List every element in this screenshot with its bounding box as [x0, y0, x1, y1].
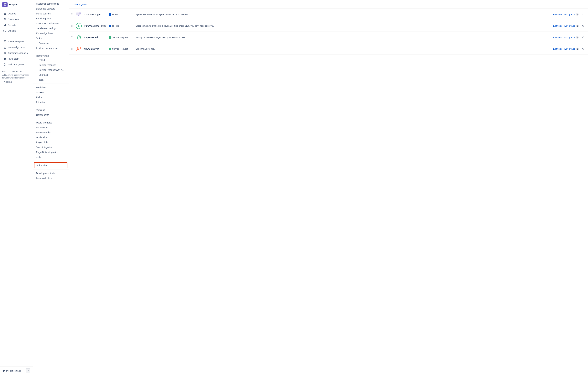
- request-description: Order something small, like a keyboard. …: [136, 24, 551, 28]
- settings-workflows[interactable]: Workflows: [33, 85, 69, 90]
- edit-fields-button[interactable]: Edit fields: [553, 36, 562, 39]
- edit-fields-button[interactable]: Edit fields: [553, 13, 562, 16]
- table-row: ⠿ New employee Service Request Onboard a…: [69, 43, 588, 55]
- svg-rect-41: [109, 48, 111, 50]
- request-description: Onboard a new hire.: [136, 47, 551, 51]
- edit-groups-button[interactable]: Edit groups 1: [564, 25, 579, 27]
- settings-development-tools[interactable]: Development tools: [33, 171, 69, 176]
- settings-pagerduty-integration[interactable]: PagerDuty integration: [33, 150, 69, 155]
- settings-permissions[interactable]: Permissions: [33, 125, 69, 130]
- project-icon: +: [2, 2, 8, 7]
- settings-task[interactable]: Task: [33, 77, 69, 82]
- nav-item-queues[interactable]: Queues: [1, 11, 32, 16]
- settings-versions[interactable]: Versions: [33, 107, 69, 112]
- knowledge-base-icon: [3, 46, 6, 49]
- settings-customer-permissions[interactable]: Customer permissions: [33, 1, 69, 6]
- drag-handle[interactable]: ⠿: [71, 24, 74, 27]
- svg-rect-5: [4, 13, 6, 14]
- svg-rect-11: [5, 24, 6, 26]
- delete-button[interactable]: ✕: [581, 47, 585, 51]
- request-name: Employee exit: [84, 36, 107, 39]
- type-label: IT Help: [112, 13, 119, 16]
- project-settings-label: Project settings: [6, 370, 21, 372]
- settings-fields[interactable]: Fields: [33, 95, 69, 100]
- settings-users-and-roles[interactable]: Users and roles: [33, 120, 69, 125]
- settings-components[interactable]: Components: [33, 112, 69, 118]
- settings-portal-settings[interactable]: Portal settings: [33, 11, 69, 16]
- nav-item-welcome-guide[interactable]: Welcome guide: [1, 62, 32, 67]
- request-icon: $: [75, 23, 82, 29]
- settings-mabl[interactable]: mabl: [33, 155, 69, 160]
- table-row: ⠿ $ Purchase under $100 i IT Help Order …: [69, 20, 588, 32]
- settings-knowledge-base[interactable]: Knowledge base: [33, 31, 69, 36]
- nav-item-customer-channels[interactable]: Customer channels: [1, 50, 32, 56]
- settings-email-requests[interactable]: Email requests: [33, 16, 69, 21]
- nav-item-invite-team[interactable]: Invite team: [1, 56, 32, 62]
- drag-handle[interactable]: ⠿: [71, 36, 74, 39]
- request-actions: Edit fields Edit groups 1 ✕: [553, 24, 585, 28]
- invite-team-icon: [3, 57, 6, 60]
- groups-badge: 1: [576, 25, 579, 27]
- raise-request-label: Raise a request: [8, 40, 24, 43]
- add-link-button[interactable]: + Add link: [2, 81, 30, 83]
- drag-handle[interactable]: ⠿: [71, 13, 74, 16]
- svg-rect-4: [4, 13, 6, 13]
- top-bar: + Add group: [69, 0, 588, 9]
- type-label: Service Request: [112, 48, 128, 50]
- settings-project-links[interactable]: Project links: [33, 140, 69, 145]
- collapse-sidebar-button[interactable]: «: [26, 368, 30, 373]
- settings-divider-3: [33, 106, 69, 106]
- edit-fields-button[interactable]: Edit fields: [553, 48, 562, 50]
- delete-button[interactable]: ✕: [581, 35, 585, 39]
- settings-screens[interactable]: Screens: [33, 90, 69, 95]
- invite-team-label: Invite team: [8, 57, 19, 60]
- svg-point-1: [4, 5, 6, 6]
- settings-divider-6: [33, 169, 69, 170]
- edit-groups-button[interactable]: Edit groups 1: [564, 48, 579, 50]
- project-settings-link[interactable]: Project settings: [2, 369, 21, 372]
- add-group-button[interactable]: + Add group: [73, 2, 89, 7]
- settings-divider-4: [33, 119, 69, 119]
- nav-item-raise-request[interactable]: Raise a request: [1, 39, 32, 44]
- settings-customer-notifications[interactable]: Customer notifications: [33, 21, 69, 26]
- svg-text:+: +: [6, 3, 6, 4]
- settings-service-request[interactable]: Service Request: [33, 63, 69, 67]
- settings-automation[interactable]: Automation: [34, 162, 67, 168]
- settings-priorities[interactable]: Priorities: [33, 100, 69, 105]
- delete-button[interactable]: ✕: [581, 24, 585, 28]
- request-icon: [75, 34, 82, 41]
- settings-slack-integration[interactable]: Slack integration: [33, 145, 69, 150]
- delete-button[interactable]: ✕: [581, 12, 585, 16]
- settings-issue-collectors[interactable]: Issue collectors: [33, 176, 69, 181]
- svg-point-26: [5, 64, 5, 64]
- edit-fields-button[interactable]: Edit fields: [553, 25, 562, 27]
- request-icon: [75, 11, 82, 18]
- settings-slas[interactable]: SLAs: [33, 36, 69, 41]
- settings-service-request-a[interactable]: Service Request with A...: [33, 67, 69, 72]
- objects-icon: [3, 29, 6, 32]
- svg-point-38: [77, 47, 79, 49]
- objects-label: Objects: [8, 30, 16, 32]
- edit-groups-button[interactable]: Edit groups 1: [564, 36, 579, 39]
- project-name: Project C: [9, 3, 19, 6]
- drag-handle[interactable]: ⠿: [71, 47, 74, 50]
- settings-sidebar: Customer permissions Language support Po…: [33, 0, 69, 375]
- svg-marker-12: [4, 30, 6, 32]
- nav-item-objects[interactable]: Objects: [1, 28, 32, 34]
- settings-language-support[interactable]: Language support: [33, 6, 69, 11]
- settings-issue-security[interactable]: Issue Security: [33, 130, 69, 135]
- edit-groups-button[interactable]: Edit groups 1: [564, 13, 579, 16]
- nav-item-knowledge-base[interactable]: Knowledge base: [1, 44, 32, 50]
- svg-point-7: [4, 18, 5, 19]
- nav-item-customers[interactable]: Customers: [1, 17, 32, 22]
- request-name: Computer support: [84, 13, 107, 16]
- shortcuts-title: PROJECT SHORTCUTS: [2, 71, 30, 73]
- left-sidebar: + Project C Queues Customers Reports: [0, 0, 33, 375]
- settings-sub-task[interactable]: Sub-task: [33, 72, 69, 77]
- settings-calendars[interactable]: Calendars: [33, 41, 69, 46]
- settings-incident-management[interactable]: Incident management: [33, 46, 69, 51]
- settings-notifications[interactable]: Notifications: [33, 135, 69, 140]
- nav-item-reports[interactable]: Reports: [1, 22, 32, 28]
- settings-satisfaction-settings[interactable]: Satisfaction settings: [33, 26, 69, 31]
- settings-it-help[interactable]: IT Help: [33, 58, 69, 63]
